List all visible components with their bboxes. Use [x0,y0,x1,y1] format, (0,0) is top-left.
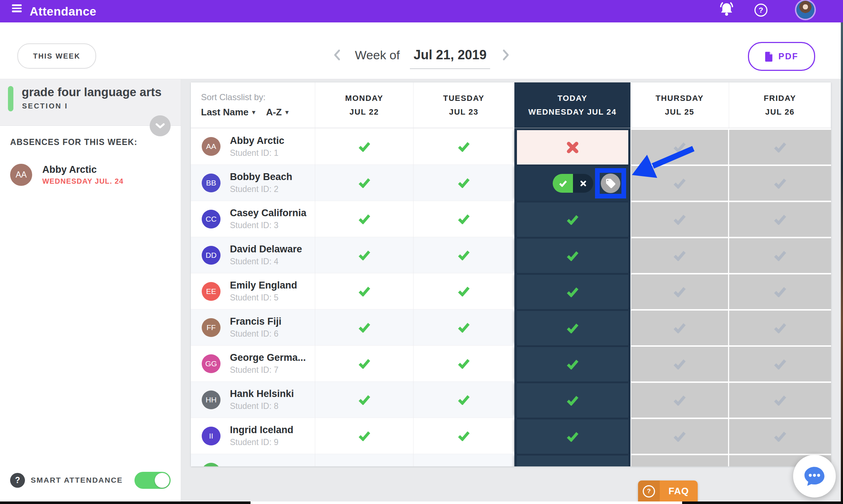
user-avatar[interactable] [796,1,814,19]
future-check-icon [774,395,787,406]
attendance-cell-tuesday[interactable] [414,201,514,237]
attendance-cell-tuesday[interactable] [414,381,514,418]
student-cell: HHHank HelsinkiStudent ID: 8 [191,381,315,418]
student-name: Casey California [230,208,307,219]
attendance-cell-monday[interactable] [315,454,414,466]
student-name: Hank Helsinki [230,388,294,400]
faq-button[interactable]: ? FAQ [638,480,698,502]
attendance-cell-monday[interactable] [315,128,414,165]
today-cell-slab[interactable] [517,419,628,454]
smart-attendance-toggle[interactable] [134,472,171,489]
next-week-button[interactable] [500,47,512,63]
attendance-cell-monday[interactable] [315,381,414,418]
today-cell-slab[interactable] [517,347,628,381]
smart-attendance-row: ? SMART ATTENDANCE [10,471,171,489]
student-name: Ingrid Iceland [230,424,294,436]
faq-help-icon-segment: ? [638,480,660,502]
attendance-cell-today [514,345,630,381]
student-cell: AAAbby ArcticStudent ID: 1 [191,128,315,165]
present-check-icon [358,250,371,260]
student-id: Student ID: 2 [230,184,292,194]
faq-label: FAQ [660,480,698,502]
today-cell-slab[interactable] [517,275,628,309]
present-check-icon [458,358,470,369]
future-check-icon [774,359,787,370]
help-icon[interactable]: ? [754,4,767,17]
this-week-button[interactable]: THIS WEEK [17,43,96,69]
today-cell-slab[interactable] [517,202,628,237]
today-cell-slab[interactable] [517,239,628,273]
attendance-cell-friday [729,165,831,201]
smart-attendance-help-icon[interactable]: ? [10,473,25,488]
week-date[interactable]: Jul 21, 2019 [412,47,488,63]
present-check-icon [458,322,470,333]
attendance-cell-friday [729,345,831,381]
attendance-cell-thursday [630,381,729,418]
attendance-cell-tuesday[interactable] [414,418,514,454]
student-cell: CCCasey CaliforniaStudent ID: 3 [191,201,315,237]
absence-list-item[interactable]: AA Abby Arctic WEDNESDAY JUL. 24 [10,162,169,187]
attendance-cell-tuesday[interactable] [414,128,514,165]
attendance-cell-monday[interactable] [315,273,414,309]
attendance-cell-monday[interactable] [315,418,414,454]
today-cell-slab[interactable] [517,456,628,466]
today-cell-slab[interactable] [517,166,628,201]
present-check-icon [458,214,470,224]
future-check-icon [673,250,686,261]
attendance-cell-monday[interactable] [315,345,414,381]
attendance-cell-today [514,128,630,165]
chat-support-button[interactable] [793,455,836,497]
sort-direction-dropdown[interactable]: A-Z [266,107,282,118]
today-cell-slab[interactable] [517,383,628,418]
collapse-sidebar-button[interactable] [150,115,171,136]
student-avatar: GG [202,354,221,373]
attendance-cell-monday[interactable] [315,165,414,201]
attendance-cell-tuesday[interactable] [414,237,514,273]
present-check-icon [358,431,371,441]
column-header-today: TODAYWEDNESDAY JUL 24 [514,82,630,128]
attendance-cell-thursday [630,128,729,165]
attendance-table-panel: Sort Classlist by: Last Name ▾ A-Z ▾ MON… [191,82,831,466]
attendance-cell-tuesday[interactable] [414,345,514,381]
today-cell-slab[interactable] [517,311,628,345]
attendance-cell-tuesday[interactable] [414,273,514,309]
attendance-cell-today [514,273,630,309]
attendance-cell-monday[interactable] [315,237,414,273]
attendance-cell-thursday [630,309,729,345]
attendance-cell-today [514,454,630,466]
present-check-icon [566,214,579,225]
attendance-cell-monday[interactable] [315,201,414,237]
future-check-icon [673,178,686,189]
pdf-export-button[interactable]: PDF [748,42,815,71]
previous-week-button[interactable] [331,47,343,63]
student-cell: BBBobby BeachStudent ID: 2 [191,165,315,201]
attendance-cell-tuesday[interactable] [414,165,514,201]
student-cell: DDDavid DelawareStudent ID: 4 [191,237,315,273]
attendance-cell-today [514,237,630,273]
present-check-icon [358,286,371,296]
toolbar: THIS WEEK Week of Jul 21, 2019 PDF [0,22,843,79]
sort-field-dropdown[interactable]: Last Name [201,107,249,118]
future-check-icon [774,142,787,153]
hamburger-menu-icon[interactable] [12,4,22,12]
student-cell: EEEmily EnglandStudent ID: 5 [191,273,315,309]
future-check-icon [673,359,686,370]
mark-absent-button[interactable] [573,174,593,193]
present-check-icon [458,250,470,260]
attendance-cell-thursday [630,418,729,454]
tag-button[interactable] [601,174,620,193]
future-check-icon [774,431,787,442]
attendance-cell-tuesday[interactable] [414,309,514,345]
caret-down-icon[interactable]: ▾ [285,108,288,116]
week-navigation: Week of Jul 21, 2019 [331,40,512,70]
present-check-icon [458,431,470,441]
caret-down-icon[interactable]: ▾ [252,108,256,116]
attendance-cell-monday[interactable] [315,309,414,345]
absent-x-icon [566,141,579,154]
mark-present-button[interactable] [553,174,573,193]
absence-avatar: AA [10,164,32,186]
today-cell-slab[interactable] [517,130,628,165]
notifications-bell-icon[interactable] [719,1,735,18]
attendance-cell-tuesday[interactable] [414,454,514,466]
toggle-knob [155,473,170,488]
